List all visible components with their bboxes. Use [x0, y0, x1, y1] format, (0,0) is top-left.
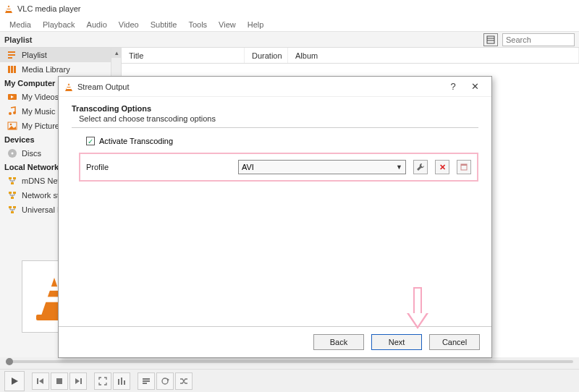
cancel-button[interactable]: Cancel [429, 334, 480, 350]
col-duration[interactable]: Duration [245, 48, 288, 63]
section-subtitle: Select and choose transcoding options [79, 114, 478, 123]
svg-rect-19 [11, 182, 14, 184]
new-profile-button[interactable] [457, 160, 471, 174]
stream-output-dialog: Stream Output ? ✕ Transcoding Options Se… [58, 76, 492, 358]
play-button[interactable] [4, 371, 25, 391]
sidebar-item-label: Media Library [22, 65, 70, 74]
svg-rect-20 [9, 192, 12, 194]
library-icon [7, 64, 17, 74]
svg-rect-36 [143, 380, 150, 382]
svg-rect-22 [11, 197, 14, 199]
svg-rect-33 [121, 378, 122, 385]
video-icon [7, 92, 17, 102]
svg-rect-21 [13, 192, 16, 194]
svg-rect-18 [13, 177, 16, 179]
profile-select[interactable]: AVI ▼ [238, 160, 406, 174]
svg-rect-5 [8, 57, 12, 59]
dialog-body: Transcoding Options Select and choose tr… [59, 97, 491, 326]
menu-audio[interactable]: Audio [82, 19, 112, 30]
svg-marker-30 [75, 378, 80, 384]
dialog-footer: Back Next Cancel [59, 326, 491, 357]
svg-rect-8 [14, 66, 16, 73]
profile-label: Profile [86, 163, 231, 171]
playlist-header: Playlist [0, 32, 579, 48]
dialog-titlebar: Stream Output ? ✕ [59, 77, 491, 97]
next-button[interactable]: Next [371, 334, 422, 350]
sidebar-item-label: Playlist [22, 51, 47, 59]
playlist-toggle-button[interactable] [138, 372, 155, 390]
svg-rect-31 [80, 378, 82, 384]
sidebar-item-playlist[interactable]: Playlist [0, 48, 121, 62]
col-album[interactable]: Album [288, 48, 579, 63]
svg-rect-4 [8, 54, 15, 56]
sidebar-item-label: Discs [22, 149, 41, 158]
sidebar-item-label: My Videos [22, 93, 59, 101]
divider [72, 127, 478, 128]
next-button[interactable] [69, 372, 87, 390]
section-title: Transcoding Options [72, 104, 478, 113]
shuffle-icon [179, 377, 188, 385]
svg-rect-7 [11, 66, 13, 73]
menu-subtitle[interactable]: Subtitle [145, 19, 182, 30]
menu-media[interactable]: Media [4, 19, 36, 30]
activate-transcoding-checkbox[interactable]: ✓ Activate Transcoding [86, 137, 478, 145]
menu-playback[interactable]: Playback [38, 19, 80, 30]
menu-view[interactable]: View [214, 19, 241, 30]
dialog-title: Stream Output [77, 82, 442, 91]
search-input[interactable] [502, 33, 575, 46]
stop-icon [56, 378, 63, 385]
back-button[interactable]: Back [313, 334, 364, 350]
new-profile-icon [460, 163, 468, 171]
checkbox-icon: ✓ [86, 137, 95, 145]
stop-button[interactable] [51, 372, 68, 390]
seek-track[interactable] [6, 360, 573, 363]
fullscreen-button[interactable] [94, 372, 111, 390]
checkbox-label: Activate Transcoding [99, 137, 173, 145]
svg-rect-0 [487, 36, 494, 43]
svg-point-14 [10, 124, 12, 126]
menu-video[interactable]: Video [114, 19, 144, 30]
edit-profile-button[interactable] [413, 160, 428, 174]
vlc-cone-icon [4, 4, 13, 13]
svg-rect-35 [143, 378, 150, 380]
svg-rect-3 [8, 51, 15, 53]
svg-point-16 [12, 153, 14, 155]
seek-bar[interactable] [0, 357, 579, 366]
svg-rect-40 [461, 164, 467, 166]
ext-settings-button[interactable] [113, 372, 130, 390]
skip-next-icon [74, 377, 83, 385]
delete-profile-button[interactable]: ✕ [435, 160, 449, 174]
svg-rect-27 [37, 378, 38, 384]
svg-rect-6 [8, 66, 10, 73]
menu-bar: Media Playback Audio Video Subtitle Tool… [0, 17, 579, 32]
sidebar-item-label: My Music [22, 107, 55, 116]
shuffle-button[interactable] [175, 372, 193, 390]
svg-rect-23 [9, 206, 12, 208]
help-button[interactable]: ? [442, 79, 464, 95]
menu-tools[interactable]: Tools [183, 19, 212, 30]
x-icon: ✕ [439, 163, 446, 172]
svg-rect-32 [118, 379, 119, 385]
picture-icon [7, 121, 17, 131]
prev-button[interactable] [32, 372, 49, 390]
loop-button[interactable] [156, 372, 174, 390]
profile-value: AVI [242, 163, 254, 171]
col-title[interactable]: Title [122, 48, 245, 63]
svg-rect-29 [56, 378, 62, 384]
loop-icon [161, 377, 169, 385]
menu-help[interactable]: Help [242, 19, 269, 30]
fullscreen-icon [98, 377, 107, 385]
wrench-icon [416, 163, 425, 171]
music-icon [7, 106, 17, 116]
svg-marker-26 [12, 378, 18, 385]
chevron-down-icon: ▼ [396, 163, 402, 171]
svg-rect-25 [11, 211, 14, 213]
playlist-icon [142, 377, 151, 385]
close-button[interactable]: ✕ [464, 79, 486, 95]
sidebar-item-media-library[interactable]: Media Library [0, 62, 121, 77]
view-mode-button[interactable] [483, 33, 498, 46]
svg-rect-17 [9, 177, 12, 179]
vlc-cone-icon [64, 82, 73, 91]
scroll-up-icon[interactable]: ▴ [111, 48, 122, 58]
equalizer-icon [117, 377, 126, 385]
